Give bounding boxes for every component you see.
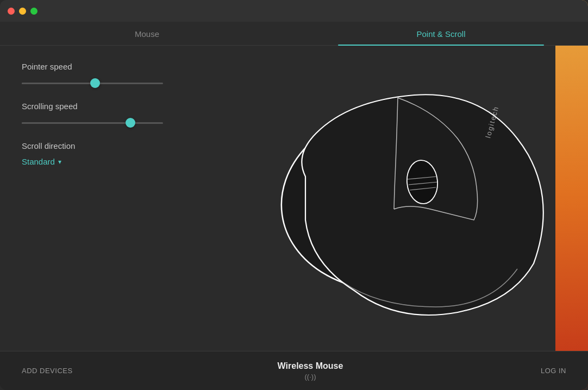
content-area: Pointer speed Scrolling speed xyxy=(0,46,588,351)
device-name: Wireless Mouse xyxy=(278,361,343,371)
add-devices-link[interactable]: ADD DEVICES xyxy=(22,367,87,375)
pointer-speed-slider-container xyxy=(22,78,212,89)
pointer-speed-group: Pointer speed xyxy=(22,62,212,89)
bottom-action-bar: ADD DEVICESWireless Mouse((·))LOG IN xyxy=(0,351,588,390)
scroll-direction-group: Scroll direction Standard ▾ xyxy=(22,141,212,166)
scroll-direction-dropdown[interactable]: Standard ▾ xyxy=(22,157,212,166)
scrolling-speed-label: Scrolling speed xyxy=(22,102,212,111)
tab-mouse[interactable]: Mouse xyxy=(0,22,294,45)
scrolling-speed-thumb[interactable] xyxy=(126,118,135,128)
scroll-direction-value: Standard xyxy=(22,157,55,166)
maximize-button[interactable] xyxy=(30,8,37,15)
mouse-illustration: logitech xyxy=(262,68,545,329)
tab-point-scroll[interactable]: Point & Scroll xyxy=(294,22,588,45)
wifi-icon: ((·)) xyxy=(305,373,316,381)
pointer-speed-fill xyxy=(22,83,95,84)
scrolling-speed-group: Scrolling speed xyxy=(22,102,212,128)
pointer-speed-thumb[interactable] xyxy=(90,78,100,88)
device-info: Wireless Mouse((·)) xyxy=(87,361,534,381)
pointer-speed-track xyxy=(22,83,163,84)
mouse-image-area: logitech xyxy=(234,46,588,351)
minimize-button[interactable] xyxy=(19,8,26,15)
scroll-direction-label: Scroll direction xyxy=(22,141,212,150)
scrolling-speed-fill xyxy=(22,122,130,124)
app-window: Mouse Point & Scroll Pointer speed Scro xyxy=(0,0,588,390)
tab-bar: Mouse Point & Scroll xyxy=(0,22,588,46)
chevron-down-icon: ▾ xyxy=(58,158,61,166)
pointer-speed-label: Pointer speed xyxy=(22,62,212,71)
close-button[interactable] xyxy=(8,8,15,15)
log-in-link[interactable]: LOG IN xyxy=(534,367,566,375)
title-bar xyxy=(0,0,588,22)
settings-panel: Pointer speed Scrolling speed xyxy=(0,46,234,351)
scrolling-speed-slider-container xyxy=(22,117,212,128)
scrolling-speed-track xyxy=(22,122,163,124)
